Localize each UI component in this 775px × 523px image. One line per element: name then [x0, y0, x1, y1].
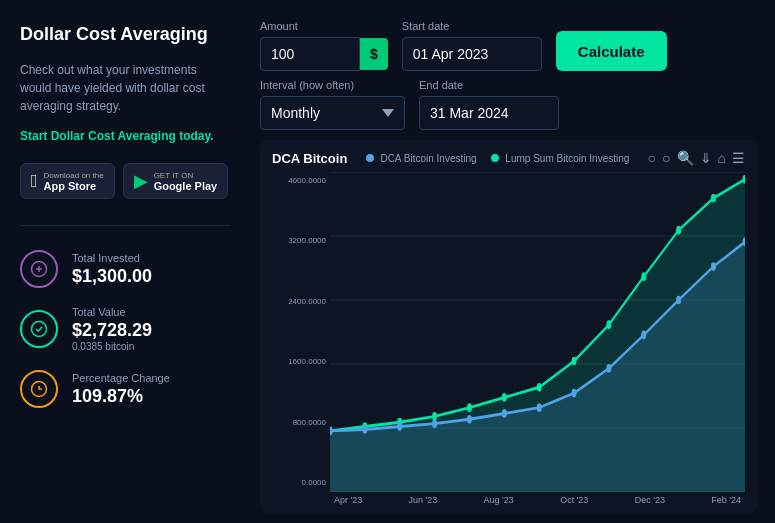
- svg-point-22: [676, 226, 681, 235]
- svg-point-20: [606, 320, 611, 329]
- svg-point-23: [711, 194, 716, 203]
- play-icon: ▶: [134, 170, 148, 192]
- chart-toolbar: ○ ○ 🔍 ⇓ ⌂ ☰: [648, 150, 745, 166]
- svg-point-21: [641, 272, 646, 281]
- total-value-icon: [20, 310, 58, 348]
- y-label-0: 0.0000: [272, 478, 326, 487]
- calculate-button[interactable]: Calculate: [556, 31, 667, 71]
- download-icon[interactable]: ⇓: [700, 150, 712, 166]
- amount-input[interactable]: [260, 37, 360, 71]
- svg-point-17: [502, 393, 507, 402]
- store-buttons:  Download on the App Store ▶ GET IT ON …: [20, 163, 230, 199]
- start-date-input[interactable]: [402, 37, 542, 71]
- home-icon[interactable]: ⌂: [718, 150, 726, 166]
- x-label-jun: Jun '23: [409, 495, 438, 505]
- y-label-800: 800.0000: [272, 418, 326, 427]
- x-label-oct: Oct '23: [560, 495, 588, 505]
- total-value-label: Total Value: [72, 306, 152, 318]
- menu-icon[interactable]: ☰: [732, 150, 745, 166]
- svg-point-26: [362, 425, 367, 434]
- total-invested-icon: [20, 250, 58, 288]
- end-date-label: End date: [419, 79, 559, 91]
- chart-legend: DCA Bitcoin Investing Lump Sum Bitcoin I…: [366, 153, 630, 164]
- google-play-button[interactable]: ▶ GET IT ON Google Play: [123, 163, 229, 199]
- svg-point-31: [537, 403, 542, 412]
- app-description: Check out what your investments would ha…: [20, 61, 230, 115]
- zoom-in-icon[interactable]: 🔍: [677, 150, 694, 166]
- interval-label: Interval (how often): [260, 79, 405, 91]
- y-label-4000: 4000.0000: [272, 176, 326, 185]
- svg-point-35: [676, 296, 681, 305]
- left-panel: Dollar Cost Averaging Check out what you…: [0, 0, 250, 523]
- x-label-apr: Apr '23: [334, 495, 362, 505]
- chart-container: DCA Bitcoin DCA Bitcoin Investing Lump S…: [260, 140, 757, 513]
- start-date-label: Start date: [402, 20, 542, 32]
- percentage-icon: [20, 370, 58, 408]
- interval-select[interactable]: Daily Weekly Monthly Yearly: [260, 96, 405, 130]
- chart-plot-area: Apr '23 Jun '23 Aug '23 Oct '23 Dec '23 …: [330, 172, 745, 505]
- x-label-dec: Dec '23: [635, 495, 665, 505]
- chart-svg-container: [330, 172, 745, 492]
- app-store-text: Download on the App Store: [44, 171, 104, 192]
- apple-icon: : [31, 171, 38, 192]
- amount-group: Amount $: [260, 20, 388, 71]
- x-label-aug: Aug '23: [484, 495, 514, 505]
- right-panel: Amount $ Start date Calculate Interval (…: [250, 0, 775, 523]
- lump-dot: [491, 154, 499, 162]
- svg-point-32: [572, 389, 577, 398]
- zoom-out-icon[interactable]: ○: [662, 150, 670, 166]
- dca-dot: [366, 154, 374, 162]
- total-value-sub: 0.0385 bitcoin: [72, 341, 152, 352]
- svg-point-19: [572, 357, 577, 366]
- svg-point-28: [432, 419, 437, 428]
- svg-point-34: [641, 331, 646, 340]
- svg-point-3: [32, 322, 47, 337]
- svg-point-30: [502, 409, 507, 418]
- svg-point-16: [467, 403, 472, 412]
- google-play-text: GET IT ON Google Play: [154, 171, 218, 192]
- chart-header: DCA Bitcoin DCA Bitcoin Investing Lump S…: [272, 150, 745, 166]
- svg-point-36: [711, 262, 716, 271]
- calculate-group: Calculate: [556, 31, 667, 71]
- legend-lump: Lump Sum Bitcoin Investing: [491, 153, 630, 164]
- total-invested-value: $1,300.00: [72, 266, 152, 287]
- x-label-feb: Feb '24: [711, 495, 741, 505]
- chart-title: DCA Bitcoin: [272, 151, 347, 166]
- interval-group: Interval (how often) Daily Weekly Monthl…: [260, 79, 405, 130]
- end-date-input[interactable]: [419, 96, 559, 130]
- svg-point-29: [467, 415, 472, 424]
- metrics-section: Total Invested $1,300.00 Total Value $2,…: [20, 250, 230, 408]
- app-store-button[interactable]:  Download on the App Store: [20, 163, 115, 199]
- reset-icon[interactable]: ○: [648, 150, 656, 166]
- divider: [20, 225, 230, 226]
- svg-point-27: [397, 422, 402, 431]
- percentage-label: Percentage Change: [72, 372, 170, 384]
- chart-wrapper: 4000.0000 3200.0000 2400.0000 1600.0000 …: [272, 172, 745, 505]
- start-date-group: Start date: [402, 20, 542, 71]
- end-date-group: End date: [419, 79, 559, 130]
- app-title: Dollar Cost Averaging: [20, 24, 230, 45]
- amount-label: Amount: [260, 20, 388, 32]
- total-invested-label: Total Invested: [72, 252, 152, 264]
- metric-total-value: Total Value $2,728.29 0.0385 bitcoin: [20, 306, 230, 352]
- start-link[interactable]: Start Dollar Cost Averaging today.: [20, 129, 230, 143]
- y-label-2400: 2400.0000: [272, 297, 326, 306]
- total-value-amount: $2,728.29: [72, 320, 152, 341]
- svg-point-18: [537, 383, 542, 392]
- legend-dca: DCA Bitcoin Investing: [366, 153, 477, 164]
- percentage-value: 109.87%: [72, 386, 170, 407]
- currency-icon: $: [360, 38, 388, 70]
- svg-point-33: [606, 364, 611, 373]
- metric-percentage: Percentage Change 109.87%: [20, 370, 230, 408]
- metric-total-invested: Total Invested $1,300.00: [20, 250, 230, 288]
- y-label-3200: 3200.0000: [272, 236, 326, 245]
- y-label-1600: 1600.0000: [272, 357, 326, 366]
- amount-wrapper: $: [260, 37, 388, 71]
